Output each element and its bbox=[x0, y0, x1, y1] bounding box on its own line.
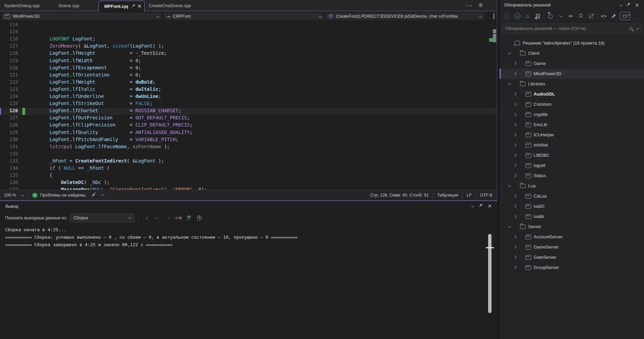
tree-item-AudioSDL[interactable]: AudioSDL bbox=[500, 89, 644, 99]
status-item-UTF-8[interactable]: UTF-8 bbox=[480, 193, 492, 198]
sync-active-document-icon[interactable]: ↔ bbox=[567, 12, 575, 20]
gear-icon[interactable] bbox=[478, 2, 483, 9]
back-arrow-icon[interactable]: ← bbox=[503, 12, 511, 20]
line-number[interactable]: 133 bbox=[0, 158, 18, 164]
code-view-icon[interactable]: <> bbox=[600, 12, 608, 20]
close-icon[interactable]: × bbox=[635, 3, 639, 8]
pin-icon[interactable] bbox=[131, 3, 136, 10]
word-wrap-icon[interactable]: ab↵ bbox=[185, 214, 193, 222]
chevron-up-icon[interactable] bbox=[101, 194, 104, 197]
scrollbar-mark[interactable] bbox=[493, 29, 496, 33]
chevron-right-icon[interactable] bbox=[513, 103, 517, 106]
line-number[interactable]: 134 bbox=[0, 165, 18, 171]
preview-off-icon[interactable] bbox=[587, 12, 595, 20]
tree-item-LIBDBC[interactable]: LIBDBC bbox=[500, 150, 644, 160]
solution-search-input[interactable]: Обозреватель решений — поиск (Ctrl+ж) bbox=[502, 23, 642, 34]
class-dropdown[interactable]: → CMPFont bbox=[163, 13, 324, 20]
tree-item-lualib[interactable]: lualib bbox=[500, 211, 644, 222]
chevron-right-icon[interactable] bbox=[513, 215, 517, 218]
tree-item-GroupServer[interactable]: GroupServer bbox=[500, 262, 644, 273]
line-number[interactable]: 137 bbox=[0, 187, 18, 190]
tree-item-GameServer[interactable]: GameServer bbox=[500, 242, 644, 252]
line-number[interactable]: 118 bbox=[0, 50, 18, 56]
chevron-right-icon[interactable] bbox=[513, 245, 517, 249]
tree-item-ICUHelper[interactable]: ICUHelper bbox=[500, 130, 644, 140]
forward-arrow-icon[interactable]: → bbox=[513, 12, 521, 20]
tree-item-Server[interactable]: Server bbox=[500, 222, 644, 232]
line-number[interactable]: 117 bbox=[0, 43, 18, 49]
tree-item-GateServer[interactable]: GateServer bbox=[500, 252, 644, 262]
line-number[interactable]: 125 bbox=[0, 101, 18, 106]
chevron-right-icon[interactable] bbox=[513, 133, 517, 137]
tree-item-Lua[interactable]: Lua bbox=[500, 181, 644, 191]
tree-item-Game[interactable]: Game bbox=[500, 58, 644, 69]
output-scrollbar-thumb[interactable] bbox=[488, 234, 491, 313]
tree-item-Common[interactable]: Common bbox=[500, 99, 644, 109]
tree-item-logutil[interactable]: logutil bbox=[500, 160, 644, 171]
chevron-right-icon[interactable] bbox=[513, 256, 517, 259]
filter-history-icon[interactable] bbox=[546, 12, 554, 20]
scrollbar-mark[interactable] bbox=[493, 38, 496, 42]
chevron-right-icon[interactable] bbox=[513, 266, 517, 269]
close-icon[interactable]: × bbox=[487, 204, 492, 209]
line-number[interactable]: 127 bbox=[0, 115, 18, 120]
tree-item-cryptlib[interactable]: cryptlib bbox=[500, 109, 644, 120]
timestamp-clock-icon[interactable] bbox=[195, 214, 203, 222]
status-item-LF[interactable]: LF bbox=[467, 193, 472, 198]
line-number[interactable]: 115 bbox=[0, 29, 18, 34]
tree-item-CaLua[interactable]: CaLua bbox=[500, 191, 644, 201]
chevron-right-icon[interactable] bbox=[513, 123, 517, 126]
collapse-all-icon[interactable] bbox=[577, 12, 585, 20]
output-log[interactable]: Сборка начата в 4:25...========== Сборка… bbox=[5, 226, 298, 249]
chevron-right-icon[interactable] bbox=[513, 72, 517, 75]
find-message-icon[interactable]: ↲ bbox=[143, 214, 151, 222]
line-number[interactable]: 135 bbox=[0, 172, 18, 178]
switch-views-icon[interactable] bbox=[534, 12, 542, 20]
chevron-right-icon[interactable] bbox=[513, 164, 517, 167]
properties-wrench-icon[interactable] bbox=[610, 12, 618, 20]
tree-item-EncLib[interactable]: EncLib bbox=[500, 120, 644, 130]
chevron-down-icon[interactable] bbox=[508, 224, 511, 228]
pin-icon[interactable] bbox=[478, 203, 483, 209]
chevron-right-icon[interactable] bbox=[513, 92, 517, 96]
home-icon[interactable]: ⌂ bbox=[523, 12, 532, 20]
line-number[interactable]: 122 bbox=[0, 79, 18, 85]
chevron-right-icon[interactable] bbox=[513, 143, 517, 147]
next-message-icon[interactable]: ⇢ bbox=[164, 214, 172, 222]
split-editor-icon[interactable] bbox=[494, 13, 494, 19]
status-item-Табуляция[interactable]: Табуляция bbox=[437, 193, 458, 198]
chevron-down-icon[interactable] bbox=[508, 184, 511, 187]
code-editor[interactable]: 114115116 LOGFONT LogFont;117 ZeroMemory… bbox=[0, 21, 497, 190]
tab-SystemDialog.cpp[interactable]: SystemDialog.cpp bbox=[0, 0, 54, 11]
scrollbar-mark[interactable] bbox=[493, 34, 496, 38]
line-number[interactable]: 129 bbox=[0, 130, 18, 135]
clear-all-icon[interactable]: ×≡ bbox=[174, 214, 182, 222]
tab-MPFont.cpp[interactable]: MPFont.cpp× bbox=[99, 1, 145, 12]
chevron-right-icon[interactable] bbox=[513, 194, 517, 198]
chevron-down-icon[interactable] bbox=[508, 82, 511, 85]
track-active-item-icon[interactable] bbox=[620, 12, 630, 20]
line-number[interactable]: 116 bbox=[0, 36, 18, 41]
line-number[interactable]: 132 bbox=[0, 151, 18, 156]
chevron-down-icon[interactable] bbox=[508, 51, 511, 54]
code-cleanup-broom-icon[interactable] bbox=[91, 192, 96, 199]
line-number[interactable]: 119 bbox=[0, 58, 18, 63]
tab-overflow-ellipsis-icon[interactable]: ··· bbox=[466, 3, 473, 9]
pin-icon[interactable] bbox=[626, 2, 631, 9]
output-source-dropdown[interactable]: Сборка bbox=[70, 214, 134, 222]
tree-item-Client[interactable]: Client bbox=[500, 48, 644, 58]
line-number[interactable]: 136 bbox=[0, 180, 18, 185]
tab-Scene.cpp[interactable]: Scene.cpp bbox=[54, 0, 99, 11]
tree-item-Status[interactable]: Status bbox=[500, 171, 644, 181]
chevron-down-icon[interactable] bbox=[619, 3, 623, 6]
chevron-right-icon[interactable] bbox=[513, 62, 517, 65]
line-number[interactable]: 131 bbox=[0, 144, 18, 149]
chevron-right-icon[interactable] bbox=[513, 174, 517, 177]
problems-indicator[interactable]: ✓ Проблемы не найдены. bbox=[32, 193, 87, 198]
chevron-right-icon[interactable] bbox=[513, 235, 517, 239]
project-dropdown[interactable]: MindPower3D bbox=[1, 13, 162, 20]
line-number[interactable]: 124 bbox=[0, 94, 18, 99]
chevron-down-icon[interactable] bbox=[471, 204, 475, 207]
close-icon[interactable]: × bbox=[137, 4, 142, 9]
line-number[interactable]: 130 bbox=[0, 137, 18, 142]
